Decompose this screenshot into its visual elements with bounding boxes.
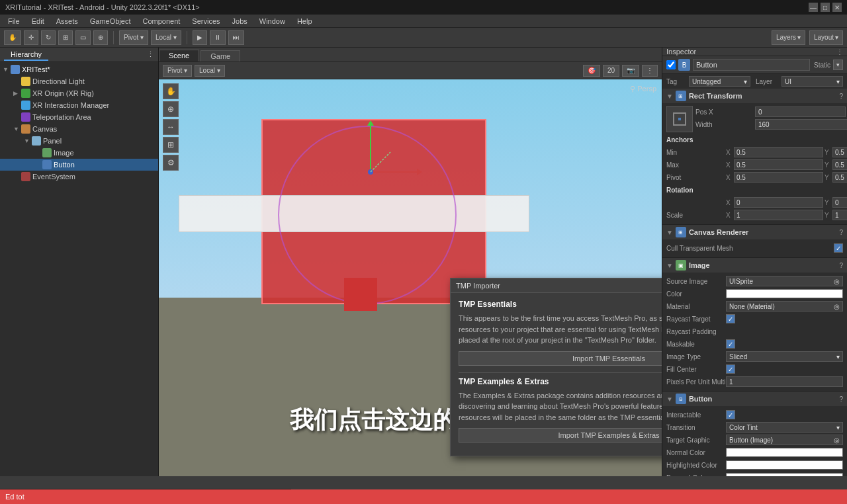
- scene-toolbar-right: 🎯 20 📷 ⋮: [583, 65, 658, 77]
- scale-x-input[interactable]: [734, 210, 823, 220]
- rect-transform-header[interactable]: ▼ ⊞ Rect Transform ?: [662, 89, 847, 103]
- component-help-icon[interactable]: ?: [839, 262, 843, 269]
- hierarchy-options-icon[interactable]: ⋮: [147, 50, 154, 59]
- list-item[interactable]: ▶ XR Origin (XR Rig): [0, 87, 158, 99]
- menu-gameobject[interactable]: GameObject: [85, 16, 136, 26]
- normal-color-swatch[interactable]: [726, 448, 843, 457]
- scene-fps-btn[interactable]: 20: [603, 65, 619, 77]
- menu-component[interactable]: Component: [137, 16, 185, 26]
- scale-y-input[interactable]: [832, 210, 847, 220]
- pivot-y-input[interactable]: [832, 172, 847, 183]
- canvas-renderer-header[interactable]: ▼ ⊞ Canvas Renderer ?: [662, 225, 847, 239]
- maskable-checkbox[interactable]: ✓: [726, 339, 735, 349]
- menu-jobs[interactable]: Jobs: [227, 16, 253, 26]
- interactable-checkbox[interactable]: ✓: [726, 410, 735, 419]
- target-graphic-dropdown[interactable]: Button (Image) ◎: [726, 435, 843, 445]
- highlighted-color-swatch[interactable]: [726, 460, 843, 470]
- highlighted-color-label: Highlighted Color: [666, 462, 726, 469]
- list-item[interactable]: ▼ Panel: [0, 135, 158, 147]
- layout-button[interactable]: Layout ▾: [809, 30, 843, 45]
- rot-x-input[interactable]: [734, 197, 823, 208]
- cull-checkbox[interactable]: ✓: [834, 243, 843, 253]
- layer-dropdown[interactable]: UI▾: [781, 76, 843, 87]
- list-item[interactable]: Image: [0, 147, 158, 159]
- list-item[interactable]: Teleportation Area: [0, 111, 158, 123]
- pivot-button[interactable]: Pivot ▾: [119, 30, 148, 45]
- menu-services[interactable]: Services: [187, 16, 225, 26]
- toolbar-separator-2: [187, 31, 187, 44]
- pixels-input[interactable]: [726, 376, 843, 387]
- component-help-icon[interactable]: ?: [839, 93, 843, 100]
- menu-assets[interactable]: Assets: [51, 16, 83, 26]
- scene-tool-2[interactable]: ⊕: [163, 101, 179, 117]
- tool-custom[interactable]: ⊕: [93, 30, 108, 45]
- anchor-max-x-input[interactable]: [734, 159, 823, 170]
- menu-help[interactable]: Help: [292, 16, 318, 26]
- color-swatch[interactable]: [726, 289, 843, 298]
- scene-tool-4[interactable]: ⊞: [163, 137, 179, 153]
- local-button[interactable]: Local ▾: [151, 30, 181, 45]
- image-type-dropdown[interactable]: Sliced ▾: [726, 351, 843, 362]
- layers-button[interactable]: Layers ▾: [772, 30, 805, 45]
- scene-pivot-btn[interactable]: Pivot ▾: [163, 65, 192, 77]
- static-dropdown-btn[interactable]: ▾: [833, 60, 843, 70]
- object-active-checkbox[interactable]: [666, 60, 676, 69]
- menu-file[interactable]: File: [3, 16, 25, 26]
- scene-gizmos-btn[interactable]: 🎯: [583, 65, 600, 77]
- source-image-dropdown[interactable]: UISprite ◎: [726, 276, 843, 286]
- play-button[interactable]: ▶: [193, 30, 207, 45]
- tool-rotate[interactable]: ↻: [41, 30, 56, 45]
- image-header[interactable]: ▼ ▣ Image ?: [662, 258, 847, 273]
- anchor-preset-icon[interactable]: [666, 106, 693, 132]
- list-item[interactable]: XR Interaction Manager: [0, 99, 158, 111]
- inspector-options-icon[interactable]: ⋮: [836, 48, 843, 56]
- button-header[interactable]: ▼ B Button ?: [662, 392, 847, 406]
- maximize-button[interactable]: □: [821, 3, 830, 12]
- width-input[interactable]: [755, 119, 847, 130]
- transition-dropdown[interactable]: Color Tint ▾: [726, 422, 843, 433]
- step-button[interactable]: ⏭: [228, 30, 244, 45]
- list-item[interactable]: Button: [0, 159, 158, 171]
- menu-edit[interactable]: Edit: [26, 16, 50, 26]
- pos-x-input[interactable]: [755, 106, 846, 117]
- tool-hand[interactable]: ✋: [4, 30, 21, 45]
- scene-viewport[interactable]: ⚲ Persp ✋ ⊕ ↔ ⊞ ⚙ TMP Importer □: [159, 79, 662, 476]
- tool-move[interactable]: ✛: [24, 30, 38, 45]
- object-name-input[interactable]: [693, 59, 810, 71]
- tab-game[interactable]: Game: [201, 50, 240, 62]
- scene-tool-1[interactable]: ✋: [163, 83, 179, 99]
- scene-tool-5[interactable]: ⚙: [163, 155, 179, 171]
- close-button[interactable]: ✕: [832, 3, 842, 12]
- menu-window[interactable]: Window: [254, 16, 290, 26]
- list-item[interactable]: EventSystem: [0, 171, 158, 183]
- import-extras-button[interactable]: Import TMP Examples & Extras: [459, 428, 662, 442]
- pause-button[interactable]: ⏸: [210, 30, 226, 45]
- tool-rect[interactable]: ▭: [75, 30, 91, 45]
- import-essentials-button[interactable]: Import TMP Essentials: [459, 351, 662, 366]
- dropdown-icon: ◎: [834, 278, 840, 285]
- scene-local-btn[interactable]: Local ▾: [195, 65, 225, 77]
- button-component-icon: B: [676, 394, 686, 404]
- pressed-color-swatch[interactable]: [726, 473, 843, 476]
- scene-tool-3[interactable]: ↔: [163, 119, 179, 135]
- list-item[interactable]: ▼ XRITest*: [0, 63, 158, 75]
- anchor-max-y-input[interactable]: [832, 159, 847, 170]
- tab-scene[interactable]: Scene: [159, 50, 199, 62]
- tag-dropdown[interactable]: Untagged▾: [689, 76, 750, 87]
- component-help-icon[interactable]: ?: [839, 229, 843, 236]
- tool-scale[interactable]: ⊞: [58, 30, 73, 45]
- rot-y-input[interactable]: [832, 197, 847, 208]
- tab-hierarchy[interactable]: Hierarchy: [4, 49, 48, 61]
- scene-grid-btn[interactable]: ⋮: [642, 65, 658, 77]
- list-item[interactable]: Directional Light: [0, 75, 158, 87]
- fill-center-checkbox[interactable]: ✓: [726, 364, 735, 374]
- component-help-icon[interactable]: ?: [839, 396, 843, 403]
- material-dropdown[interactable]: None (Material) ◎: [726, 301, 843, 312]
- scene-camera-btn[interactable]: 📷: [622, 65, 639, 77]
- pivot-x-input[interactable]: [734, 172, 823, 183]
- minimize-button[interactable]: —: [809, 3, 818, 12]
- list-item[interactable]: ▼ Canvas: [0, 123, 158, 135]
- anchor-min-y-input[interactable]: [832, 147, 847, 157]
- raycast-checkbox[interactable]: ✓: [726, 314, 735, 323]
- anchor-min-x-input[interactable]: [734, 147, 823, 157]
